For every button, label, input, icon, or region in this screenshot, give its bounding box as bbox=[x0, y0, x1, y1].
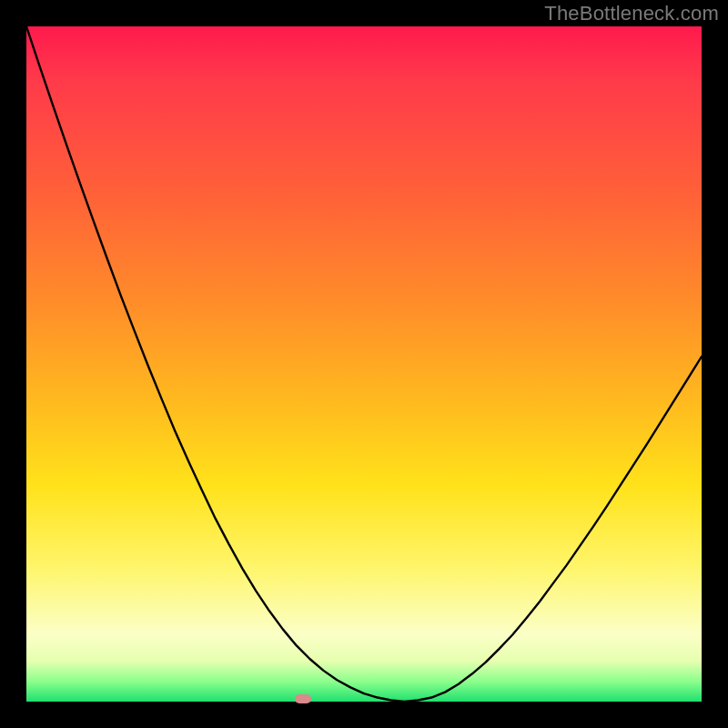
bottleneck-curve bbox=[26, 26, 702, 702]
curve-path bbox=[26, 26, 702, 702]
chart-frame: TheBottleneck.com bbox=[0, 0, 728, 728]
watermark-text: TheBottleneck.com bbox=[544, 2, 719, 25]
vertex-marker bbox=[295, 694, 311, 703]
plot-area bbox=[26, 26, 702, 702]
